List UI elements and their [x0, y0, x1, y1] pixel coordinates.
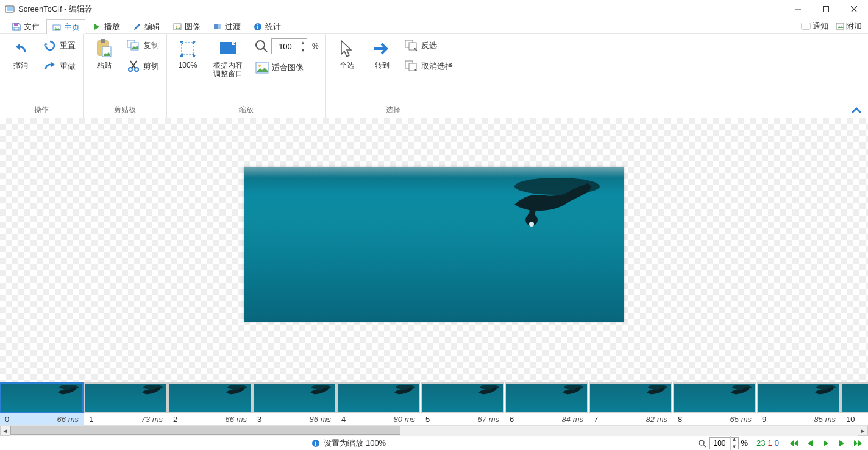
frame-item[interactable]: 985 ms [757, 382, 841, 425]
frames-scrollbar[interactable]: ◄ ► [0, 425, 868, 435]
status-zoom-down[interactable]: ▼ [731, 443, 738, 451]
frame-index: 7 [594, 415, 598, 424]
nav-play-button[interactable] [819, 438, 833, 449]
status-zoom-spin[interactable]: ▲▼ [709, 437, 739, 449]
frame-item[interactable]: 782 ms [589, 382, 672, 425]
maximize-button[interactable] [812, 0, 840, 18]
status-magnify-icon [698, 439, 706, 448]
group-zoom: 100% 根据内容 调整窗口 ▲▼ % 适合图像 [167, 34, 326, 118]
collapse-ribbon-button[interactable] [851, 107, 862, 114]
goto-button[interactable]: 转到 [366, 37, 398, 72]
frame-duration: 66 ms [226, 415, 247, 424]
tab-file-label: 文件 [24, 21, 40, 32]
extra-button[interactable]: 附加 [833, 19, 864, 33]
scroll-track[interactable] [10, 426, 858, 436]
zoom-100-button[interactable]: 100% [172, 37, 204, 72]
inverse-button[interactable]: 反选 [402, 37, 455, 55]
ribbon: 撤消 重置 重做 操作 粘贴 [0, 34, 868, 118]
fit-image-button[interactable]: 适合图像 [252, 58, 321, 77]
scroll-right-button[interactable]: ► [858, 426, 868, 436]
tab-file[interactable]: 文件 [6, 19, 45, 34]
zoom-spin[interactable]: ▲▼ [271, 38, 307, 54]
frame-item[interactable]: 684 ms [505, 382, 588, 425]
status-zoom-input[interactable] [710, 438, 730, 449]
frame-thumb [757, 382, 841, 413]
home-icon [52, 23, 62, 32]
undo-label: 撤消 [13, 61, 28, 69]
frame-meta: 480 ms [336, 413, 420, 425]
tab-stats[interactable]: i 统计 [247, 19, 286, 34]
frame-index: 6 [510, 415, 514, 424]
paste-button[interactable]: 粘贴 [88, 37, 120, 72]
cut-label: 剪切 [143, 61, 159, 72]
select-all-label: 全选 [340, 61, 354, 69]
tab-edit[interactable]: 编辑 [127, 19, 166, 34]
scroll-thumb[interactable] [10, 426, 400, 435]
nav-next-button[interactable] [835, 438, 848, 449]
undo-icon [11, 39, 30, 58]
frame-meta: 865 ms [673, 413, 756, 425]
zoom-100-label: 100% [179, 61, 197, 69]
tab-transition[interactable]: 过渡 [207, 19, 246, 34]
close-button[interactable] [840, 0, 868, 18]
frame-item[interactable]: 865 ms [673, 382, 756, 425]
copy-button[interactable]: 复制 [124, 37, 162, 55]
undo-button[interactable]: 撤消 [5, 37, 37, 72]
tab-home[interactable]: 主页 [46, 19, 85, 35]
fit-content-button[interactable]: 根据内容 调整窗口 [207, 37, 249, 81]
svg-point-11 [176, 25, 177, 26]
reset-button[interactable]: 重置 [40, 37, 78, 55]
frame-index: 9 [762, 415, 766, 424]
cursor-icon [337, 39, 357, 58]
save-icon [12, 22, 21, 32]
nav-last-button[interactable] [851, 438, 864, 449]
status-zoom-up[interactable]: ▲ [731, 436, 738, 443]
frame-meta: 066 ms [0, 413, 84, 425]
reset-icon [43, 38, 57, 53]
deselect-button[interactable]: 取消选择 [402, 57, 455, 76]
zoom-up[interactable]: ▲ [299, 39, 307, 46]
notify-button[interactable]: 通知 [799, 19, 831, 33]
notify-icon [801, 23, 811, 30]
nav-prev-button[interactable] [803, 438, 817, 449]
frame-item[interactable]: 066 ms [0, 382, 84, 425]
select-all-button[interactable]: 全选 [331, 37, 363, 72]
frame-item[interactable]: 10 [841, 382, 868, 425]
frame-duration: 85 ms [814, 415, 836, 424]
zoom-input[interactable] [272, 39, 299, 54]
tab-play[interactable]: 播放 [87, 19, 126, 34]
tab-stats-label: 统计 [265, 21, 281, 32]
copy-label: 复制 [143, 40, 159, 51]
frame-thumb [0, 382, 84, 413]
tab-home-label: 主页 [64, 22, 80, 33]
frame-item[interactable]: 567 ms [421, 382, 504, 425]
frame-thumb [505, 382, 588, 413]
frame-duration: 73 ms [141, 415, 163, 424]
frame-index: 3 [257, 415, 261, 424]
frame-item[interactable]: 173 ms [84, 382, 168, 425]
frame-item[interactable]: 480 ms [336, 382, 420, 425]
frame-item[interactable]: 266 ms [168, 382, 252, 425]
redo-button[interactable]: 重做 [40, 57, 78, 76]
zoom-down[interactable]: ▼ [299, 46, 307, 54]
svg-rect-17 [836, 23, 844, 29]
frame-duration: 82 ms [646, 415, 667, 424]
frame-duration: 86 ms [310, 415, 331, 424]
svg-rect-1 [7, 7, 13, 11]
group-clipboard-label: 剪贴板 [88, 105, 162, 116]
redo-label: 重做 [60, 61, 76, 72]
cut-button[interactable]: 剪切 [124, 57, 162, 76]
frame-index: 1 [89, 415, 93, 424]
pencil-icon [132, 22, 142, 32]
reset-label: 重置 [60, 40, 76, 51]
canvas-area[interactable] [0, 118, 868, 382]
play-icon [92, 22, 102, 32]
minimize-button[interactable] [784, 0, 812, 18]
frame-thumb [841, 382, 868, 413]
svg-rect-16 [802, 23, 811, 29]
svg-rect-25 [182, 43, 194, 55]
frame-item[interactable]: 386 ms [252, 382, 336, 425]
scroll-left-button[interactable]: ◄ [0, 426, 10, 436]
nav-first-button[interactable] [788, 438, 801, 449]
tab-image[interactable]: 图像 [167, 19, 206, 34]
